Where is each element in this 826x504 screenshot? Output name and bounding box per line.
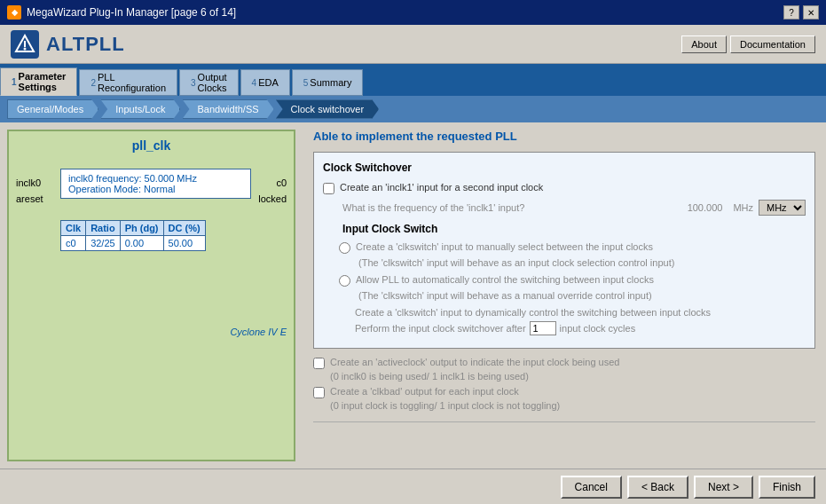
c0-pin: c0 [276, 177, 287, 188]
clk-header-dc: DC (%) [163, 221, 205, 236]
breadcrumb-bandwidth-ss[interactable]: Bandwidth/SS [182, 99, 273, 119]
back-button[interactable]: < Back [627, 476, 688, 499]
breadcrumb-label-1: General/Modes [17, 104, 83, 114]
switchover-after-suffix: input clock cycles [560, 323, 636, 334]
radio-auto-row: Allow PLL to automatically control the s… [339, 273, 806, 287]
finish-button[interactable]: Finish [759, 476, 815, 499]
breadcrumb-inputs-lock[interactable]: Inputs/Lock [100, 99, 180, 119]
clk-cell-ph: 0.00 [120, 236, 163, 251]
clkbad-checkbox[interactable] [313, 387, 325, 398]
activeclock-checkbox[interactable] [313, 358, 325, 369]
chip-label: Cyclone IV E [230, 327, 287, 337]
switchover-after-prefix: Perform the input clock switchover after [355, 323, 526, 334]
nav-tabs: 1 ParameterSettings 2 PLLReconfiguration… [0, 64, 826, 96]
tab-num-4: 4 [252, 78, 257, 88]
tab-eda[interactable]: 4 EDA [240, 69, 290, 96]
radio-manual-label: Create a 'clkswitch' input to manually s… [356, 240, 653, 254]
radio-auto[interactable] [339, 275, 350, 287]
switchover-dynamic-row: Create a 'clkswitch' input to dynamicall… [355, 306, 806, 319]
bottom-bar: Cancel < Back Next > Finish [0, 469, 826, 504]
breadcrumb-label-2: Inputs/Lock [115, 104, 165, 114]
inclk1-checkbox[interactable] [323, 183, 334, 194]
title-bar: ◆ MegaWizard Plug-In Manager [page 6 of … [0, 0, 826, 25]
logo-text: ALTPLL [46, 33, 125, 56]
next-button[interactable]: Next > [694, 476, 753, 499]
divider [313, 421, 815, 422]
areset-pin: areset [16, 193, 43, 204]
clk-cell-ratio: 32/25 [86, 236, 121, 251]
freq-label1: inclk0 frequency: 50.000 MHz [68, 173, 243, 184]
header-buttons: About Documentation [681, 35, 815, 53]
freq-value: 100.000 [530, 202, 722, 213]
clkbad-label: Create a 'clkbad' output for each input … [330, 385, 560, 398]
inclk1-option-row: Create an 'inclk1' input for a second in… [323, 181, 806, 194]
clk-cell-name: c0 [61, 236, 86, 251]
breadcrumb: General/Modes Inputs/Lock Bandwidth/SS C… [0, 96, 826, 122]
inclk0-pin: inclk0 [16, 177, 41, 188]
diagram-title: pll_clk [16, 138, 287, 153]
tab-summary[interactable]: 5 Summary [292, 69, 364, 96]
app-icon: ◆ [7, 5, 21, 20]
logo-icon [11, 30, 39, 59]
radio-auto-sublabel: (The 'clkswitch' input will behave as a … [358, 289, 806, 303]
table-row: c0 32/25 0.00 50.00 [61, 236, 206, 251]
tab-output-clocks[interactable]: 3 OutputClocks [179, 69, 239, 96]
clk-header-ph: Ph (dg) [120, 221, 163, 236]
clkbad-sublabel: (0 input clock is toggling/ 1 input cloc… [330, 399, 560, 413]
breadcrumb-general-modes[interactable]: General/Modes [7, 99, 98, 119]
tab-num-2: 2 [90, 78, 96, 88]
clk-header-clk: Clk [61, 221, 86, 236]
tab-num-1: 1 [12, 77, 17, 87]
about-button[interactable]: About [681, 35, 727, 53]
input-clock-switch-title: Input Clock Switch [342, 223, 806, 235]
tab-parameter-settings[interactable]: 1 ParameterSettings [0, 67, 77, 96]
clkbad-row: Create a 'clkbad' output for each input … [313, 385, 815, 413]
radio-manual-row: Create a 'clkswitch' input to manually s… [339, 240, 806, 254]
tab-label-1: ParameterSettings [19, 71, 67, 92]
documentation-button[interactable]: Documentation [730, 35, 815, 53]
clk-cell-dc: 50.00 [163, 236, 205, 251]
tab-label-5: Summary [310, 77, 351, 88]
radio-auto-label: Allow PLL to automatically control the s… [356, 273, 654, 287]
header: ALTPLL About Documentation [0, 25, 826, 64]
freq-unit-dropdown[interactable]: MHz KHz [759, 200, 806, 216]
tab-label-3: OutputClocks [198, 72, 227, 93]
tab-num-3: 3 [191, 78, 196, 88]
logo-area: ALTPLL [11, 30, 125, 59]
freq-label2: Operation Mode: Normal [68, 184, 243, 194]
main-content: pll_clk inclk0 areset c0 locked inclk0 f… [0, 122, 826, 469]
switchover-input[interactable] [530, 321, 556, 335]
switchover-dynamic-label: Create a 'clkswitch' input to dynamicall… [355, 306, 711, 319]
tab-pll-reconfiguration[interactable]: 2 PLLReconfiguration [79, 69, 177, 96]
clk-header-ratio: Ratio [86, 221, 121, 236]
section-title: Clock Switchover [323, 161, 806, 174]
status-message: Able to implement the requested PLL [313, 130, 815, 143]
activeclock-label: Create an 'activeclock' output to indica… [330, 356, 619, 369]
breadcrumb-clock-switchover[interactable]: Clock switchover [276, 99, 380, 119]
radio-manual-sublabel: (The 'clkswitch' input will behave as an… [358, 256, 806, 270]
breadcrumb-label-3: Bandwidth/SS [197, 104, 258, 114]
breadcrumb-label-4: Clock switchover [291, 104, 365, 114]
freq-unit-label: MHz [733, 202, 753, 213]
clk-table: Clk Ratio Ph (dg) DC (%) c0 32/25 0.00 5… [60, 220, 206, 251]
switchover-after-row: Perform the input clock switchover after… [355, 321, 806, 335]
window-title: MegaWizard Plug-In Manager [page 6 of 14… [27, 6, 236, 19]
left-panel: pll_clk inclk0 areset c0 locked inclk0 f… [7, 130, 295, 461]
clock-switchover-section: Clock Switchover Create an 'inclk1' inpu… [313, 152, 815, 349]
freq-row: What is the frequency of the 'inclk1' in… [342, 200, 806, 216]
freq-info-box: inclk0 frequency: 50.000 MHz Operation M… [60, 169, 251, 199]
cancel-button[interactable]: Cancel [561, 476, 622, 499]
svg-point-2 [24, 47, 27, 50]
diagram-body: inclk0 areset c0 locked inclk0 frequency… [16, 160, 287, 337]
right-panel: Able to implement the requested PLL Cloc… [303, 122, 826, 469]
radio-manual[interactable] [339, 242, 350, 254]
close-button[interactable]: ✕ [803, 5, 819, 20]
activeclock-row: Create an 'activeclock' output to indica… [313, 356, 815, 383]
freq-question: What is the frequency of the 'inclk1' in… [342, 202, 524, 213]
help-button[interactable]: ? [783, 5, 799, 20]
locked-pin: locked [258, 193, 287, 204]
tab-num-5: 5 [303, 78, 309, 88]
activeclock-sublabel: (0 inclk0 is being used/ 1 inclk1 is bei… [330, 370, 619, 383]
inclk1-label: Create an 'inclk1' input for a second in… [340, 181, 543, 194]
tab-label-4: EDA [258, 77, 279, 88]
